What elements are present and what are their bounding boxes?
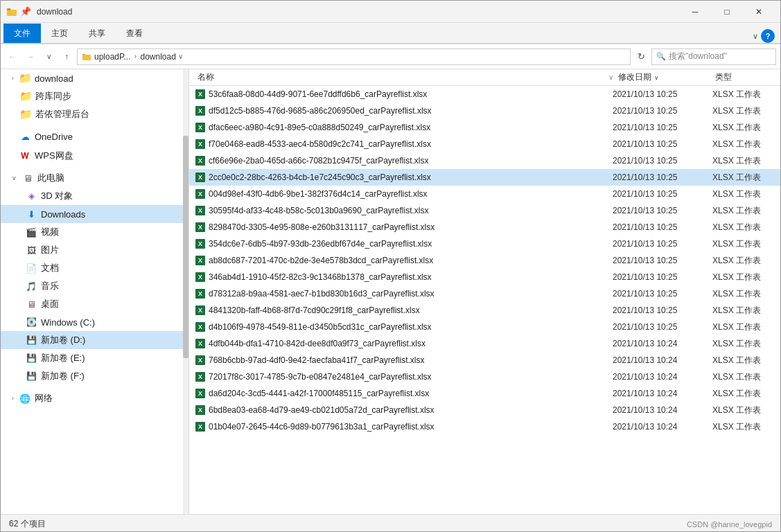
file-type: XLSX 工作表 xyxy=(712,105,775,117)
music-icon: 🎵 xyxy=(26,281,37,292)
folder-icon: 📁 xyxy=(19,73,30,84)
sidebar-item-documents[interactable]: 📄 文档 xyxy=(1,259,188,277)
table-row[interactable]: X 4dfb044b-dfa1-4710-842d-dee8df0a9f73_c… xyxy=(189,335,780,352)
back-button[interactable]: ← xyxy=(5,49,20,64)
table-row[interactable]: X da6d204c-3cd5-4441-a42f-17000f485115_c… xyxy=(189,385,780,402)
table-row[interactable]: X 53c6faa8-08d0-44d9-9071-6ee7ddffd6b6_c… xyxy=(189,86,780,103)
sidebar-item-pictures[interactable]: 🖼 图片 xyxy=(1,241,188,259)
close-button[interactable]: ✕ xyxy=(743,1,775,23)
file-date: 2021/10/13 10:25 xyxy=(613,222,710,232)
table-row[interactable]: X cf66e96e-2ba0-465d-a66c-7082b1c9475f_c… xyxy=(189,152,780,169)
excel-icon: X xyxy=(195,256,205,265)
table-row[interactable]: X dfac6eec-a980-4c91-89e5-c0a888d50249_c… xyxy=(189,119,780,136)
scroll-right-indicator[interactable]: ∨ xyxy=(606,69,615,86)
expand-button[interactable]: ∨ xyxy=(41,49,56,64)
column-header-date[interactable]: 修改日期 ∨ xyxy=(615,69,712,85)
table-row[interactable]: X d4b106f9-4978-4549-811e-d3450b5cd31c_c… xyxy=(189,319,780,335)
file-icon: X xyxy=(195,222,206,233)
sidebar-item-drive-d[interactable]: 💾 新加卷 (D:) xyxy=(1,331,188,349)
file-date: 2021/10/13 10:25 xyxy=(613,139,710,149)
excel-icon: X xyxy=(195,372,205,382)
file-icon: X xyxy=(195,288,206,299)
item-count: 62 个项目 xyxy=(9,518,46,530)
sidebar-item-label: 跨库同步 xyxy=(35,90,71,103)
maximize-button[interactable]: □ xyxy=(711,1,743,23)
folder-icon: 📁 xyxy=(20,109,31,120)
file-icon: X xyxy=(195,172,206,183)
table-row[interactable]: X 346ab4d1-1910-45f2-82c3-9c13468b1378_c… xyxy=(189,269,780,285)
sidebar-scrollbar[interactable] xyxy=(183,69,188,514)
sidebar-item-thispc[interactable]: ∨ 🖥 此电脑 xyxy=(1,169,188,187)
sidebar-item-windows-c[interactable]: 💽 Windows (C:) xyxy=(1,313,188,331)
minimize-button[interactable]: ─ xyxy=(679,1,711,23)
file-icon: X xyxy=(195,105,206,116)
file-icon: X xyxy=(195,321,206,332)
sidebar-item-ruoyi[interactable]: 📁 若依管理后台 xyxy=(1,105,188,123)
file-name: d4b106f9-4978-4549-811e-d3450b5cd31c_car… xyxy=(209,322,610,332)
file-icon: X xyxy=(195,421,206,432)
sidebar-item-desktop[interactable]: 🖥 桌面 xyxy=(1,295,188,313)
table-row[interactable]: X 004d98ef-43f0-4db6-9be1-382f376d4c14_c… xyxy=(189,186,780,202)
ribbon-right: ∨ ? xyxy=(753,29,780,43)
sidebar-item-label: 若依管理后台 xyxy=(35,108,89,121)
table-row[interactable]: X 72017f8c-3017-4785-9c7b-e0847e2481e4_c… xyxy=(189,369,780,385)
table-row[interactable]: X 8298470d-3305-4e95-808e-e260b3131117_c… xyxy=(189,219,780,236)
help-button[interactable]: ? xyxy=(761,29,775,43)
table-row[interactable]: X 2cc0e0c2-28bc-4263-b4cb-1e7c245c90c3_c… xyxy=(189,169,780,186)
sidebar-item-music[interactable]: 🎵 音乐 xyxy=(1,277,188,295)
3d-icon: ◈ xyxy=(26,190,37,202)
sidebar-item-drive-e[interactable]: 💾 新加卷 (E:) xyxy=(1,349,188,367)
sidebar-item-3d[interactable]: ◈ 3D 对象 xyxy=(1,187,188,205)
table-row[interactable]: X 4841320b-faff-4b68-8f7d-7cd90c29f1f8_c… xyxy=(189,302,780,319)
excel-icon: X xyxy=(195,339,205,348)
search-icon: 🔍 xyxy=(656,52,666,61)
sidebar-item-network[interactable]: › 🌐 网络 xyxy=(1,389,188,407)
up-button[interactable]: ↑ xyxy=(59,49,74,64)
table-row[interactable]: X 768b6cbb-97ad-4df0-9e42-faecfaba41f7_c… xyxy=(189,352,780,369)
table-row[interactable]: X d78312a8-b9aa-4581-aec7-b1bd830b16d3_c… xyxy=(189,285,780,302)
table-row[interactable]: X ab8dc687-7201-470c-b2de-3e4e578b3dcd_c… xyxy=(189,252,780,269)
file-icon: X xyxy=(195,355,206,366)
wps-icon: W xyxy=(19,150,30,161)
table-row[interactable]: X 01b04e07-2645-44c6-9d89-b0779613b3a1_c… xyxy=(189,418,780,435)
forward-button[interactable]: → xyxy=(23,49,38,64)
sidebar-item-label: OneDrive xyxy=(35,132,73,142)
excel-icon: X xyxy=(195,222,205,232)
sidebar-item-kuaiku[interactable]: 📁 跨库同步 xyxy=(1,87,188,105)
sidebar-item-onedrive[interactable]: › ☁ OneDrive xyxy=(1,127,188,145)
table-row[interactable]: X 30595f4d-af33-4c48-b58c-5c013b0a9690_c… xyxy=(189,202,780,219)
table-row[interactable]: X 354dc6e7-6db5-4b97-93db-236edbf67d4e_c… xyxy=(189,236,780,252)
table-row[interactable]: X f70e0468-ead8-4533-aec4-b580d9c2c741_c… xyxy=(189,136,780,152)
path-arrow-2[interactable]: ∨ xyxy=(176,48,186,65)
file-type: XLSX 工作表 xyxy=(712,255,775,267)
column-header-type[interactable]: 类型 xyxy=(712,69,775,85)
tab-home[interactable]: 主页 xyxy=(41,24,78,43)
ribbon-chevron-icon[interactable]: ∨ xyxy=(753,32,758,41)
column-header-name[interactable]: 名称 xyxy=(195,69,606,85)
tab-share[interactable]: 共享 xyxy=(78,24,116,43)
sidebar-item-videos[interactable]: 🎬 视频 xyxy=(1,223,188,241)
title-bar: 📌 download ─ □ ✕ xyxy=(1,1,780,23)
sidebar-item-wps[interactable]: › W WPS网盘 xyxy=(1,147,188,165)
sidebar-item-downloads[interactable]: ⬇ Downloads xyxy=(1,205,188,223)
desktop-icon: 🖥 xyxy=(26,299,37,310)
drive-icon: 💾 xyxy=(26,353,37,364)
content-area: 名称 ∨ 修改日期 ∨ 类型 X 53c6faa8-08d0-44d9-9071… xyxy=(189,69,780,514)
address-path[interactable]: uploadP... › download ∨ xyxy=(77,48,631,65)
table-row[interactable]: X df5d12c5-b885-476d-9685-a86c206950ed_c… xyxy=(189,103,780,119)
excel-icon: X xyxy=(195,206,205,215)
drive-icon: 💽 xyxy=(26,317,37,328)
file-date: 2021/10/13 10:24 xyxy=(613,372,710,382)
svg-rect-1 xyxy=(7,10,17,16)
sidebar-item-download[interactable]: › 📁 download xyxy=(1,69,188,87)
search-box[interactable]: 🔍 搜索"download" xyxy=(651,48,776,65)
window-title: download xyxy=(37,7,679,17)
refresh-button[interactable]: ↻ xyxy=(633,49,649,64)
tab-view[interactable]: 查看 xyxy=(116,24,153,43)
tab-file[interactable]: 文件 xyxy=(3,24,41,43)
file-name: 8298470d-3305-4e95-808e-e260b3131117_car… xyxy=(209,222,610,232)
path-arrow-1[interactable]: › xyxy=(131,48,141,65)
sidebar-item-drive-f[interactable]: 💾 新加卷 (F:) xyxy=(1,367,188,385)
table-row[interactable]: X 6bd8ea03-ea68-4d79-ae49-cb021d05a72d_c… xyxy=(189,402,780,418)
file-icon: X xyxy=(195,338,206,349)
